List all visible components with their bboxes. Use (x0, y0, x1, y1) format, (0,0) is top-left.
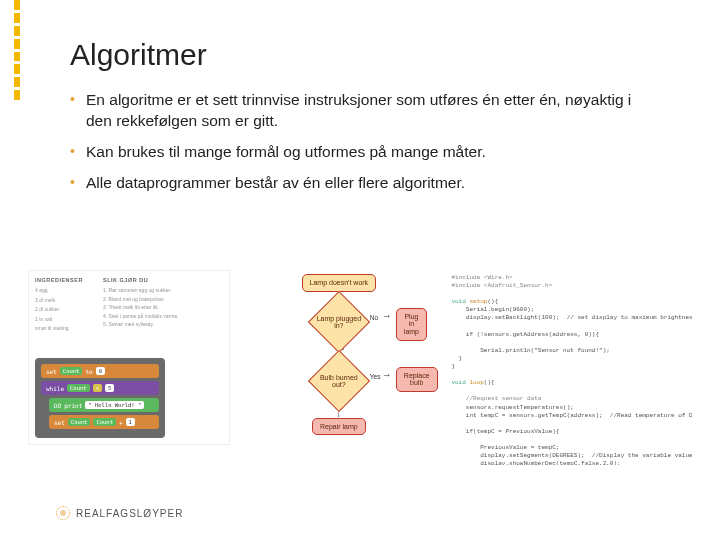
step: 5. Server med syltetøy. (103, 321, 223, 328)
step: 2. Bland mel og bakepulver. (103, 296, 223, 303)
accent-stripe (14, 0, 20, 100)
flow-end: Repair lamp (312, 418, 366, 436)
flow-decision: Lamp plugged in? (312, 302, 366, 342)
bullet-list: En algoritme er et sett trinnvise instru… (70, 90, 660, 194)
bullet-item: Kan brukes til mange formål og utformes … (70, 142, 660, 163)
step: 4. Stek i panne på middels varme. (103, 313, 223, 320)
arrow-right-icon: → (382, 371, 392, 379)
ingredients-header: INGREDIENSER (35, 277, 95, 283)
bullet-item: Alle dataprogrammer består av én eller f… (70, 173, 660, 194)
ingredient: 2 dl sukker (35, 306, 95, 313)
flowchart-panel: Lamp doesn't work ↓ Lamp plugged in? No … (240, 270, 437, 465)
code-panel: #include <Wire.h> #include <Adafruit_Sen… (447, 270, 692, 465)
step: 1. Rør sammen egg og sukker. (103, 287, 223, 294)
examples-row: INGREDIENSER 4 egg 3 dl melk 2 dl sukker… (28, 270, 692, 465)
brand-logo: REALFAGSLØYPER (56, 506, 183, 520)
steps-header: SLIK GJØR DU (103, 277, 223, 283)
flow-decision: Bulb burned out? (312, 361, 366, 401)
ingredient: 1 ts salt (35, 316, 95, 323)
scratch-blocks: setCountto0 whileCount<5 DOprint" Hello … (35, 358, 165, 438)
arrow-right-icon: → (382, 312, 392, 320)
logo-text: REALFAGSLØYPER (76, 508, 183, 519)
slide-content: Algoritmer En algoritme er et sett trinn… (0, 0, 720, 194)
page-title: Algoritmer (70, 38, 660, 72)
logo-icon (56, 506, 70, 520)
ingredient: 4 egg (35, 287, 95, 294)
ingredient: 3 dl melk (35, 297, 95, 304)
bullet-item: En algoritme er et sett trinnvise instru… (70, 90, 660, 132)
recipe-panel: INGREDIENSER 4 egg 3 dl melk 2 dl sukker… (28, 270, 230, 445)
flow-action: Replace bulb (396, 367, 438, 392)
flow-action: Plug in lamp (396, 308, 427, 341)
step: 3. Tilsett melk litt etter litt. (103, 304, 223, 311)
ingredient: smør til steking (35, 325, 95, 332)
